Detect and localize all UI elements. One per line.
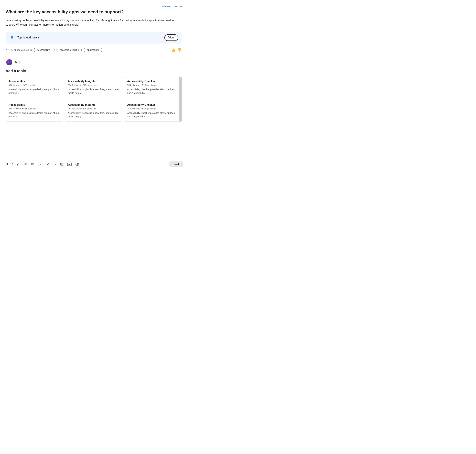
image-button[interactable] [59, 162, 65, 167]
topic-card-desc-5: Accessibility Checker provides alerts, n… [127, 111, 179, 118]
applications-chip[interactable]: Applications [84, 48, 102, 52]
italic-button[interactable]: I [10, 161, 14, 167]
svg-line-4 [11, 36, 11, 36]
topic-card-0[interactable]: Accessibility 354 followers • 525 questi… [6, 76, 63, 98]
post-button[interactable]: Post [170, 161, 183, 167]
svg-text:GIF: GIF [68, 164, 70, 165]
svg-point-9 [9, 61, 11, 63]
question-body: I am working on the accessibility requir… [6, 18, 182, 27]
collapse-button[interactable]: Collapse [161, 5, 171, 8]
bold-button[interactable]: B [4, 161, 9, 167]
topic-card-title-0: Accessibility [8, 80, 60, 83]
topic-card-title-5: Accessibility Checker [127, 103, 179, 106]
topic-search-input[interactable]: Acc| [14, 61, 181, 64]
feedback-icons: 👍 👎 [171, 48, 182, 52]
svg-point-21 [31, 165, 32, 165]
add-topic-title: Add a topic [6, 69, 182, 73]
topic-card-desc-4: Accessibility Insights is a new, free, o… [68, 111, 119, 118]
topic-card-4[interactable]: Accessibility Insights 354 followers • 5… [65, 100, 122, 122]
svg-point-19 [31, 163, 32, 164]
mention-button[interactable] [74, 161, 80, 167]
topic-input-row: Acc| [6, 59, 182, 65]
top-results-text: Top related results [17, 36, 40, 39]
topic-card-title-3: Accessibility [8, 103, 60, 106]
svg-point-0 [11, 36, 13, 38]
topic-card-title-2: Accessibility Checker [127, 80, 179, 83]
svg-text:3: 3 [24, 164, 24, 165]
svg-rect-1 [12, 38, 13, 39]
topic-card-desc-0: Accessibility and inclusive design are p… [8, 88, 60, 95]
topic-card-meta-1: 354 followers • 525 questions [68, 84, 119, 86]
editor-toolbar: B I 1 2 3 { } [0, 159, 187, 169]
topic-card-5[interactable]: Accessibility Checker 354 followers • 52… [124, 100, 182, 122]
svg-rect-22 [60, 163, 63, 165]
topic-card-desc-1: Accessibility Insights is a new, free, o… [68, 88, 119, 95]
topic-card-desc-2: Accessibility Checker provides alerts, n… [127, 88, 179, 95]
topic-card-meta-0: 354 followers • 525 questions [8, 84, 60, 86]
svg-line-5 [13, 36, 14, 36]
code-button[interactable]: { } [36, 161, 42, 167]
top-results-left: Top related results [9, 35, 40, 41]
section-divider [0, 56, 187, 56]
topic-card-desc-3: Accessibility and inclusive design are p… [8, 111, 60, 118]
view-button[interactable]: View [164, 34, 178, 41]
ordered-list-button[interactable]: 1 2 3 [22, 162, 28, 167]
ai-topics-row: ✦✦ AI-suggested topics Accessibility + A… [6, 48, 182, 52]
topic-card-meta-4: 354 followers • 525 questions [68, 107, 119, 110]
link-button[interactable] [15, 162, 21, 167]
topic-card-title-1: Accessibility Insights [68, 80, 119, 83]
topic-card-1[interactable]: Accessibility Insights 354 followers • 5… [65, 76, 122, 98]
svg-rect-2 [12, 39, 12, 39]
ai-label: ✦✦ AI-suggested topics [6, 48, 32, 52]
lightbulb-icon [9, 35, 15, 41]
thumbs-down-icon[interactable]: 👎 [177, 48, 182, 52]
ai-label-text: AI-suggested topics [11, 49, 32, 51]
topic-card-title-4: Accessibility Insights [68, 103, 119, 106]
top-results-bar: Top related results View [6, 32, 182, 44]
svg-point-20 [31, 164, 32, 165]
topic-card-meta-5: 354 followers • 525 questions [127, 107, 179, 110]
accessibility-chip[interactable]: Accessibility + [34, 48, 54, 52]
thumbs-up-icon[interactable]: 👍 [171, 48, 176, 52]
topics-grid: Accessibility 354 followers • 525 questi… [6, 76, 182, 122]
topic-card-3[interactable]: Accessibility 354 followers • 525 questi… [6, 100, 63, 122]
gif-button[interactable]: GIF [66, 162, 73, 167]
unordered-list-button[interactable] [29, 162, 35, 167]
attachment-dropdown-button[interactable] [53, 162, 58, 166]
svg-point-27 [77, 164, 78, 165]
topic-card-meta-3: 354 followers • 525 questions [8, 107, 60, 110]
topic-card-meta-2: 354 followers • 525 questions [127, 84, 179, 86]
char-count: 56/150 [174, 5, 182, 8]
user-avatar [6, 59, 12, 65]
topic-card-2[interactable]: Accessibility Checker 354 followers • 52… [124, 76, 182, 98]
sparkle-icon: ✦✦ [6, 48, 10, 52]
question-title: What are the key accessibility apps we n… [6, 9, 182, 15]
attachment-button[interactable] [45, 162, 52, 167]
accessible-shuttle-chip[interactable]: Accessible Shuttle [57, 48, 82, 52]
top-bar: Collapse 56/150 [6, 5, 182, 8]
